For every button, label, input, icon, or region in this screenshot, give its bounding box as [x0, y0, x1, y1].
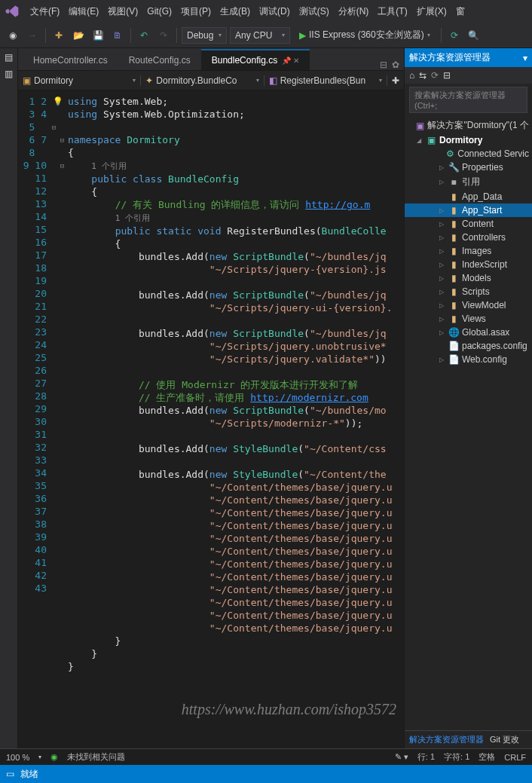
undo-button[interactable]: ↶ [136, 27, 152, 44]
tree-node[interactable]: ▷▮Models [405, 271, 532, 285]
toolbox-icon[interactable]: ▥ [3, 68, 15, 80]
tab-settings-icon[interactable]: ✿ [392, 60, 399, 70]
menu-item[interactable]: 文件(F) [26, 3, 64, 20]
tree-project-node[interactable]: ◢▣Dormitory [405, 133, 532, 147]
config-select[interactable]: Debug▾ [182, 27, 227, 44]
app-status-bar: ▭ 就绪 [0, 765, 532, 783]
tree-node[interactable]: ▷▮App_Start [405, 203, 532, 217]
tree-node[interactable]: ▷▮ViewModel [405, 298, 532, 312]
spaces-indicator[interactable]: 空格 [478, 751, 495, 763]
run-button[interactable]: ▶IIS Express (360安全浏览器)▾ [293, 27, 436, 44]
menu-item[interactable]: 扩展(X) [412, 3, 451, 20]
status-rect-icon: ▭ [6, 769, 14, 779]
collapse-icon[interactable]: ⊟ [443, 70, 451, 81]
tree-node[interactable]: ▷🔧Properties [405, 161, 532, 174]
platform-select[interactable]: Any CPU▾ [230, 27, 290, 44]
menu-item[interactable]: Git(G) [142, 3, 176, 20]
menu-item[interactable]: 视图(V) [103, 3, 142, 20]
home-icon[interactable]: ⌂ [409, 70, 414, 81]
save-button[interactable]: 💾 [90, 27, 106, 44]
menu-item[interactable]: 分析(N) [334, 3, 374, 20]
code-editor[interactable]: 1 2 3 4 5 6 7 8 9 10 11 12 13 14 15 16 1… [18, 90, 404, 748]
server-explorer-icon[interactable]: ▤ [3, 51, 15, 63]
line-indicator: 行: 1 [417, 751, 435, 763]
menu-item[interactable]: 调试(D) [255, 3, 295, 20]
tree-solution-node[interactable]: ▣解决方案"Dormitory"(1 个 [405, 118, 532, 133]
tree-node[interactable]: ▷▮Controllers [405, 231, 532, 244]
solution-tree[interactable]: ▣解决方案"Dormitory"(1 个◢▣Dormitory⚙Connecte… [405, 116, 532, 730]
nav-method-select[interactable]: ◧RegisterBundles(Bun▾ [264, 75, 387, 86]
tree-node[interactable]: ▷▮Content [405, 217, 532, 231]
preview-tab-icon[interactable]: ⊟ [380, 60, 387, 70]
split-editor-icon[interactable]: ✚ [387, 75, 404, 86]
zoom-level[interactable]: 100 % [6, 753, 29, 762]
main-menu-bar: 文件(F)编辑(E)视图(V)Git(G)项目(P)生成(B)调试(D)测试(S… [0, 0, 532, 23]
menu-item[interactable]: 项目(P) [176, 3, 216, 20]
brush-icon[interactable]: ✎ ▾ [395, 752, 408, 762]
sync-icon[interactable]: ⇆ [419, 70, 427, 81]
nav-back-button[interactable]: ◉ [5, 27, 21, 44]
menu-item[interactable]: 生成(B) [216, 3, 255, 20]
refresh-button[interactable]: ⟳ [446, 27, 463, 44]
tab-close-icon[interactable]: 📌 ✕ [282, 57, 299, 65]
redo-button[interactable]: ↷ [155, 27, 172, 44]
code-nav-bar: ▣Dormitory▾ ✦Dormitory.BundleCo▾ ◧Regist… [18, 71, 404, 90]
tree-node[interactable]: ▷📄Web.config [405, 353, 532, 366]
nav-project-select[interactable]: ▣Dormitory▾ [18, 75, 141, 86]
open-button[interactable]: 📂 [70, 27, 87, 44]
tree-node[interactable]: ▷▮Scripts [405, 285, 532, 298]
tree-node[interactable]: ▷▮Views [405, 312, 532, 326]
document-tabs: HomeController.csRouteConfig.csBundleCon… [18, 48, 404, 71]
document-tab[interactable]: BundleConfig.cs 📌 ✕ [201, 49, 310, 70]
tree-node[interactable]: ▷▮IndexScript [405, 258, 532, 271]
menu-item[interactable]: 窗 [451, 3, 469, 20]
editor-status-bar: 100 %▾ ◉未找到相关问题 ✎ ▾ 行: 1 字符: 1 空格 CRLF [0, 748, 532, 765]
panel-menu-icon[interactable]: ▾ [523, 53, 527, 63]
nav-class-select[interactable]: ✦Dormitory.BundleCo▾ [141, 75, 264, 86]
menu-item[interactable]: 测试(S) [295, 3, 334, 20]
menu-item[interactable]: 工具(T) [373, 3, 411, 20]
tree-node[interactable]: ▷■引用 [405, 174, 532, 190]
vs-logo-icon [5, 4, 20, 19]
solution-search-input[interactable]: 搜索解决方案资源管理器(Ctrl+; [409, 87, 527, 113]
save-all-button[interactable]: 🗎 [109, 27, 126, 44]
browse-button[interactable]: 🔍 [466, 27, 482, 44]
tree-node[interactable]: ▮App_Data [405, 190, 532, 203]
solution-panel-title: 解决方案资源管理器 ▾ [405, 48, 532, 67]
col-indicator: 字符: 1 [444, 751, 469, 763]
tree-node[interactable]: ▷▮Images [405, 244, 532, 258]
refresh-tree-icon[interactable]: ⟳ [431, 70, 439, 81]
editor-area: HomeController.csRouteConfig.csBundleCon… [18, 48, 404, 748]
solution-explorer: 解决方案资源管理器 ▾ ⌂ ⇆ ⟳ ⊟ 搜索解决方案资源管理器(Ctrl+; ▣… [404, 48, 532, 748]
eol-indicator[interactable]: CRLF [504, 753, 526, 762]
nav-fwd-button[interactable]: → [24, 27, 41, 44]
new-button[interactable]: ✚ [50, 27, 67, 44]
left-tool-rail: ▤ ▥ [0, 48, 18, 748]
tree-node[interactable]: ⚙Connected Servic [405, 147, 532, 161]
main-toolbar: ◉ → ✚ 📂 💾 🗎 ↶ ↷ Debug▾ Any CPU▾ ▶IIS Exp… [0, 23, 532, 48]
app-status-text: 就绪 [20, 768, 38, 781]
tree-node[interactable]: 📄packages.config [405, 339, 532, 353]
document-tab[interactable]: RouteConfig.cs [118, 49, 201, 70]
tree-node[interactable]: ▷🌐Global.asax [405, 326, 532, 339]
menu-item[interactable]: 编辑(E) [64, 3, 103, 20]
document-tab[interactable]: HomeController.cs [23, 49, 118, 70]
sidebar-bottom-tabs[interactable]: 解决方案资源管理器Git 更改 [405, 730, 532, 748]
issues-status[interactable]: 未找到相关问题 [67, 751, 125, 763]
solution-toolbar: ⌂ ⇆ ⟳ ⊟ [405, 67, 532, 84]
